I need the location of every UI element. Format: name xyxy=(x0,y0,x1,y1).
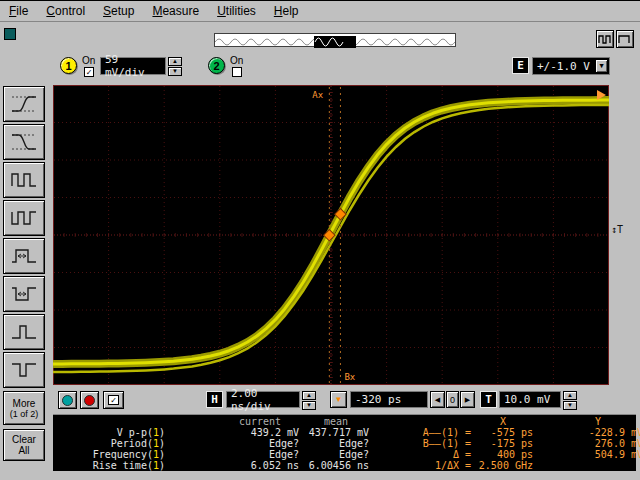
external-range-field[interactable]: +/-1.0 V ▼ xyxy=(532,57,610,75)
trigger-level-spinner: ▲ ▼ xyxy=(563,391,577,410)
marker-inv-delta-label: 1/ΔX = xyxy=(393,460,471,471)
marker-delta-x: 400 ps xyxy=(473,449,533,460)
measure-neg-pulse-button[interactable] xyxy=(3,352,45,388)
spinner-down-icon[interactable]: ▼ xyxy=(168,67,182,76)
fall-time-icon xyxy=(9,129,39,155)
channel1-scale-field[interactable]: 59 mV/div xyxy=(100,57,166,75)
channel1-button[interactable]: 1 xyxy=(60,57,77,74)
period-icon xyxy=(9,167,39,193)
marker-header-y: Y xyxy=(553,416,640,427)
spinner-down-icon[interactable]: ▼ xyxy=(563,401,577,410)
spinner-up-icon[interactable]: ▲ xyxy=(168,57,182,66)
meas-header-current: current xyxy=(221,416,299,427)
clear-all-label: All xyxy=(18,445,29,456)
frequency-icon xyxy=(9,205,39,231)
acquisition-overview-bar[interactable] xyxy=(214,33,456,47)
negative-pulse-icon xyxy=(9,357,39,383)
marker-inv-delta-x: 2.500 GHz xyxy=(473,460,533,471)
positive-pulse-icon xyxy=(9,319,39,345)
marker-b-y: 276.0 mV xyxy=(553,438,640,449)
horizontal-position-field[interactable]: -320 ps xyxy=(350,391,428,408)
measure-pos-pulse-button[interactable] xyxy=(3,314,45,350)
measure-rise-time-button[interactable] xyxy=(3,86,45,122)
run-icon xyxy=(62,395,73,406)
meas-current-period: Edge? xyxy=(221,438,299,449)
more-measurements-button[interactable]: More (1 of 2) xyxy=(3,391,45,425)
single-pulse-icon xyxy=(617,31,633,47)
clear-all-button[interactable]: Clear All xyxy=(3,429,45,461)
channel1-on-label: On xyxy=(82,55,95,66)
chevron-down-icon[interactable]: ▼ xyxy=(595,59,608,73)
stop-icon xyxy=(84,395,95,406)
zoom-out-button[interactable] xyxy=(596,30,614,48)
horizontal-scale-spinner: ▲ ▼ xyxy=(302,391,316,410)
external-trigger-button[interactable]: E xyxy=(512,57,529,74)
zoom-in-button[interactable] xyxy=(616,30,634,48)
menu-measure[interactable]: Measure xyxy=(143,1,208,21)
waveform-display: Ax Bx xyxy=(53,85,609,385)
spinner-down-icon[interactable]: ▼ xyxy=(302,401,316,410)
external-range-value: +/-1.0 V xyxy=(537,60,590,73)
measurement-panel: current mean X Y V p-p(1) 439.2 mV 437.7… xyxy=(53,414,636,471)
meas-current-rise-time: 6.052 ns xyxy=(221,460,299,471)
channel2-on-checkbox[interactable] xyxy=(232,67,242,77)
channel2-on-label: On xyxy=(230,55,243,66)
trigger-level-field[interactable]: 10.0 mV xyxy=(499,391,561,408)
horizontal-scale-field[interactable]: 2.00 ns/div xyxy=(226,391,300,408)
marker-b-x: -175 ps xyxy=(473,438,533,449)
measure-fall-time-button[interactable] xyxy=(3,124,45,160)
status-indicator xyxy=(4,28,16,40)
marker-a-x: -575 ps xyxy=(473,427,533,438)
position-zero-button[interactable]: 0 xyxy=(446,391,459,408)
menu-setup[interactable]: Setup xyxy=(94,1,143,21)
marker-b-label: Bx xyxy=(344,372,355,382)
meas-current-frequency: Edge? xyxy=(221,449,299,460)
menu-utilities[interactable]: Utilities xyxy=(208,1,265,21)
meas-mean-frequency: Edge? xyxy=(303,449,369,460)
channel1-on-checkbox[interactable]: ✓ xyxy=(84,67,94,77)
meas-mean-rise-time: 6.00456 ns xyxy=(303,460,369,471)
menu-file[interactable]: File xyxy=(0,1,37,21)
marker-a-label: Ax xyxy=(312,90,323,100)
negative-width-icon xyxy=(9,281,39,307)
meas-mean-period: Edge? xyxy=(303,438,369,449)
run-button[interactable] xyxy=(58,391,77,409)
spinner-up-icon[interactable]: ▲ xyxy=(563,391,577,400)
horizontal-button[interactable]: H xyxy=(206,391,223,408)
marker-b-row-label: B——(1) = xyxy=(393,438,471,449)
marker-header-x: X xyxy=(473,416,533,427)
meas-mean-vpp: 437.717 mV xyxy=(303,427,369,438)
measure-pos-width-button[interactable] xyxy=(3,238,45,274)
quick-measure-button[interactable]: ✓ xyxy=(103,391,124,409)
trigger-level-indicator[interactable]: ↕T xyxy=(611,224,623,235)
overview-waveform-icon xyxy=(215,36,455,48)
trigger-button[interactable]: T xyxy=(480,391,497,408)
meas-label-rise-time: Rise time(1) xyxy=(53,460,165,471)
measure-neg-width-button[interactable] xyxy=(3,276,45,312)
position-right-button[interactable]: ▶ xyxy=(460,391,475,408)
menu-bar: File Control Setup Measure Utilities Hel… xyxy=(0,0,640,22)
channel2-button[interactable]: 2 xyxy=(208,57,225,74)
meas-label-period: Period(1) xyxy=(53,438,165,449)
measure-period-button[interactable] xyxy=(3,162,45,198)
menu-help[interactable]: Help xyxy=(265,1,308,21)
time-reference-button[interactable]: ▼ xyxy=(330,391,347,408)
channel1-scale-spinner: ▲ ▼ xyxy=(168,57,182,76)
stop-button[interactable] xyxy=(80,391,99,409)
checkbox-icon: ✓ xyxy=(108,395,119,405)
position-left-button[interactable]: ◀ xyxy=(430,391,445,408)
positive-width-icon xyxy=(9,243,39,269)
more-page-label: (1 of 2) xyxy=(10,409,39,419)
marker-delta-label: Δ = xyxy=(393,449,471,460)
menu-control[interactable]: Control xyxy=(37,1,94,21)
meas-label-vpp: V p-p(1) xyxy=(53,427,165,438)
clear-label: Clear xyxy=(12,434,36,445)
spinner-up-icon[interactable]: ▲ xyxy=(302,391,316,400)
measure-frequency-button[interactable] xyxy=(3,200,45,236)
marker-delta-y: 504.9 mV xyxy=(553,449,640,460)
marker-a-y: -228.9 mV xyxy=(553,427,640,438)
double-pulse-icon xyxy=(597,31,613,47)
marker-a-row-label: A——(1) = xyxy=(393,427,471,438)
rise-time-icon xyxy=(9,91,39,117)
meas-header-mean: mean xyxy=(303,416,369,427)
